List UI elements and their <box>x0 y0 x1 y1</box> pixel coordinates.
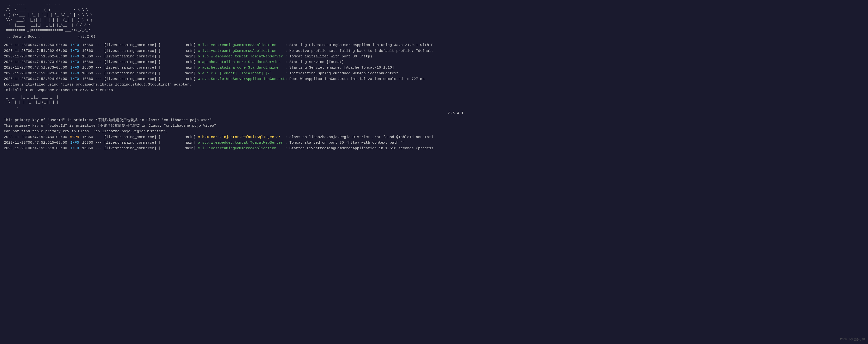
log-line-2: 2023-11-28T00:47:51.262+08:00 INFO 16860… <box>4 48 864 54</box>
log-line-10: 2023-11-28T00:47:52.518+08:00 INFO 16860… <box>4 146 864 151</box>
log-pid: 16860 --- [livestreaming_commerce] [ mai… <box>80 54 198 59</box>
log-level: INFO <box>70 65 79 70</box>
log-line-7: 2023-11-28T00:47:52.024+08:00 INFO 16860… <box>4 76 864 82</box>
log-group-2: 2023-11-28T00:47:52.480+08:00 WARN 16860… <box>4 134 864 151</box>
plain-line-1: Logging initialized using 'class org.apa… <box>4 82 864 88</box>
log-line-1: 2023-11-28T00:47:51.260+08:00 INFO 16860… <box>4 42 864 48</box>
log-logger: o.apache.catalina.core.StandardEngine <box>198 65 285 70</box>
log-message: : Root WebApplicationContext: initializa… <box>285 76 425 82</box>
log-line-4: 2023-11-28T00:47:51.973+08:00 INFO 16860… <box>4 59 864 65</box>
log-logger: o.apache.catalina.core.StandardService <box>198 59 285 65</box>
timestamp: 2023-11-28T00:47:51.973+08:00 <box>4 59 69 65</box>
log-message: : Initializing Spring embedded WebApplic… <box>285 71 398 76</box>
log-pid: 16860 --- [livestreaming_commerce] [ mai… <box>80 71 198 76</box>
timestamp: 2023-11-28T00:47:52.515+08:00 <box>4 140 69 146</box>
log-pid: 16860 --- [livestreaming_commerce] [ mai… <box>80 48 198 54</box>
log-line-9: 2023-11-28T00:47:52.515+08:00 INFO 16860… <box>4 140 864 146</box>
log-level: INFO <box>70 48 79 54</box>
log-logger: w.s.c.ServletWebServerApplicationContext <box>198 76 285 82</box>
log-level: INFO <box>70 54 79 59</box>
log-pid: 16860 --- [livestreaming_commerce] [ mai… <box>80 140 198 146</box>
warning-line-3: Can not find table primary key in Class:… <box>4 129 864 134</box>
log-message: : Starting LivestreamingCommerceApplicat… <box>285 42 433 48</box>
timestamp: 2023-11-28T00:47:52.480+08:00 <box>4 134 69 140</box>
log-logger: c.l.LivestreamingCommerceApplication <box>198 146 285 151</box>
log-level: INFO <box>70 59 79 65</box>
log-line-5: 2023-11-28T00:47:51.973+08:00 INFO 16860… <box>4 65 864 70</box>
log-logger: c.l.LivestreamingCommerceApplication <box>198 42 285 48</box>
log-level: INFO <box>70 140 79 146</box>
mybatis-ascii-art: _ _ |_ _ _|_. ___ _ | | \| | | | |_ |_|(… <box>4 95 864 110</box>
console-container: . ---- -- - - /\ / ___'_ __ _ _(_)_ __ _… <box>4 2 864 151</box>
log-message: : No active profile set, falling back to… <box>285 48 433 54</box>
log-group-1: 2023-11-28T00:47:51.260+08:00 INFO 16860… <box>4 42 864 82</box>
warning-line-2: This primary key of "videoId" is primiti… <box>4 123 864 129</box>
log-pid: 16860 --- [livestreaming_commerce] [ mai… <box>80 134 198 140</box>
log-pid: 16860 --- [livestreaming_commerce] [ mai… <box>80 59 198 65</box>
log-line-3: 2023-11-28T00:47:51.962+08:00 INFO 16860… <box>4 54 864 59</box>
log-logger: c.l.LivestreamingCommerceApplication <box>198 48 285 54</box>
log-level: INFO <box>70 146 79 151</box>
spring-version: :: Spring Boot :: (v3.2.0) <box>4 34 864 39</box>
log-pid: 16860 --- [livestreaming_commerce] [ mai… <box>80 76 198 82</box>
log-message: : Tomcat initialized with port 80 (http) <box>283 54 372 59</box>
log-line-6: 2023-11-28T00:47:52.023+08:00 INFO 16860… <box>4 71 864 76</box>
log-line-8: 2023-11-28T00:47:52.480+08:00 WARN 16860… <box>4 134 864 140</box>
log-pid: 16860 --- [livestreaming_commerce] [ mai… <box>80 42 198 48</box>
log-level: INFO <box>70 71 79 76</box>
plain-line-2: Initialization Sequence datacenterId:27 … <box>4 88 864 93</box>
timestamp: 2023-11-28T00:47:52.023+08:00 <box>4 71 69 76</box>
timestamp: 2023-11-28T00:47:51.973+08:00 <box>4 65 69 70</box>
watermark: CSDN @李昊数小课 <box>840 338 865 342</box>
log-logger: c.b.m.core.injector.DefaultSqlInjector <box>198 134 285 140</box>
timestamp: 2023-11-28T00:47:51.962+08:00 <box>4 54 69 59</box>
log-logger: o.s.b.w.embedded.tomcat.TomcatWebServer <box>198 54 283 59</box>
log-level: INFO <box>70 42 79 48</box>
timestamp: 2023-11-28T00:47:51.262+08:00 <box>4 48 69 54</box>
log-message: : Tomcat started on port 80 (http) with … <box>283 140 405 146</box>
log-logger: o.s.b.w.embedded.tomcat.TomcatWebServer <box>198 140 283 146</box>
log-level: INFO <box>70 76 79 82</box>
log-pid: 16860 --- [livestreaming_commerce] [ mai… <box>80 146 198 151</box>
timestamp: 2023-11-28T00:47:52.024+08:00 <box>4 76 69 82</box>
log-message: : Started LivestreamingCommerceApplicati… <box>285 146 433 151</box>
log-level: WARN <box>70 134 79 140</box>
log-message: : Starting service [Tomcat] <box>285 59 344 65</box>
spring-ascii-art: . ---- -- - - /\ / ___'_ __ _ _(_)_ __ _… <box>4 2 864 33</box>
log-message: : Starting Servlet engine: [Apache Tomca… <box>285 65 394 70</box>
warning-line-1: This primary key of "userId" is primitiv… <box>4 118 864 123</box>
log-logger: o.a.c.c.C.[Tomcat].[localhost].[/] <box>198 71 285 76</box>
log-pid: 16860 --- [livestreaming_commerce] [ mai… <box>80 65 198 70</box>
log-message: : class cn.lihaozhe.pojo.RegionDistrict … <box>285 134 433 140</box>
timestamp: 2023-11-28T00:47:51.260+08:00 <box>4 42 69 48</box>
mybatis-version: 3.5.4.1 <box>4 111 864 116</box>
timestamp: 2023-11-28T00:47:52.518+08:00 <box>4 146 69 151</box>
